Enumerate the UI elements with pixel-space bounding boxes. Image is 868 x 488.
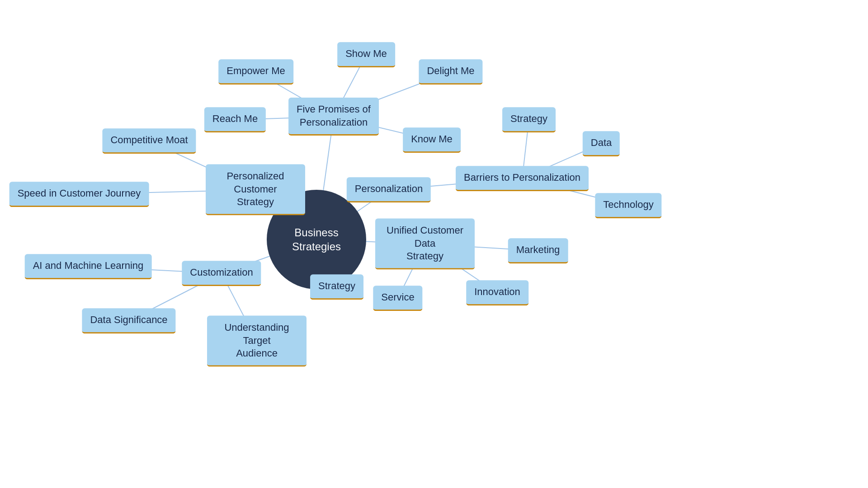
know-me-node[interactable]: Know Me bbox=[403, 127, 461, 153]
show-me-node[interactable]: Show Me bbox=[337, 42, 395, 67]
understanding-target-node[interactable]: Understanding TargetAudience bbox=[207, 316, 307, 367]
customization-node[interactable]: Customization bbox=[182, 261, 261, 286]
service-node[interactable]: Service bbox=[373, 286, 422, 311]
competitive-moat-node[interactable]: Competitive Moat bbox=[102, 128, 196, 154]
technology-node[interactable]: Technology bbox=[595, 193, 661, 218]
personalization-node[interactable]: Personalization bbox=[347, 177, 431, 202]
barriers-node[interactable]: Barriers to Personalization bbox=[456, 166, 589, 191]
personalized-customer-node[interactable]: Personalized CustomerStrategy bbox=[206, 164, 305, 216]
strategy-top-node[interactable]: Strategy bbox=[502, 107, 556, 132]
strategy-bottom-node[interactable]: Strategy bbox=[310, 274, 363, 300]
mindmap-container: Business StrategiesEmpower MeShow MeDeli… bbox=[0, 0, 868, 488]
speed-customer-node[interactable]: Speed in Customer Journey bbox=[9, 182, 149, 207]
five-promises-node[interactable]: Five Promises ofPersonalization bbox=[288, 98, 379, 136]
empower-me-node[interactable]: Empower Me bbox=[218, 59, 293, 84]
reach-me-node[interactable]: Reach Me bbox=[204, 107, 266, 132]
data-top-node[interactable]: Data bbox=[583, 131, 620, 156]
ai-machine-node[interactable]: AI and Machine Learning bbox=[25, 254, 152, 279]
data-significance-node[interactable]: Data Significance bbox=[82, 308, 175, 333]
unified-customer-node[interactable]: Unified Customer DataStrategy bbox=[375, 219, 475, 270]
delight-me-node[interactable]: Delight Me bbox=[419, 59, 482, 84]
innovation-node[interactable]: Innovation bbox=[466, 280, 528, 305]
marketing-node[interactable]: Marketing bbox=[508, 238, 568, 263]
